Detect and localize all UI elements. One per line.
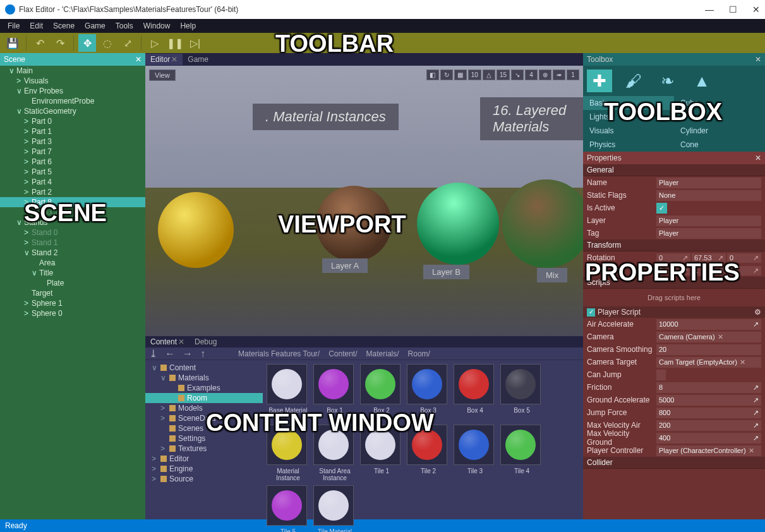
property-field[interactable]: Player	[656, 215, 761, 226]
scene-item[interactable]: >Part 0	[0, 116, 145, 126]
script-header[interactable]: ✓Player Script⚙	[583, 306, 765, 318]
asset-item[interactable]: Tile 2	[407, 425, 450, 481]
content-grid[interactable]: Base MaterialBox 1Box 2Box 3Box 4Box 5Ma…	[263, 360, 583, 532]
folder-item[interactable]: Scenes	[145, 423, 263, 433]
asset-item[interactable]: Tile 4	[500, 425, 543, 481]
property-field[interactable]: Player	[656, 228, 761, 239]
scene-item[interactable]: >Part 4	[0, 177, 145, 187]
terrain-tab-icon[interactable]: ▲	[689, 70, 714, 92]
asset-item[interactable]: Box 1	[313, 364, 356, 421]
folder-item[interactable]: Examples	[145, 383, 263, 393]
scripts-dropzone[interactable]: Drag scripts here	[583, 289, 765, 306]
property-field[interactable]: 10000↗	[656, 319, 761, 330]
checkbox[interactable]	[656, 370, 666, 380]
step-icon[interactable]: ▷|	[186, 34, 204, 52]
asset-item[interactable]: Tile Material	[313, 485, 356, 532]
folder-item[interactable]: > SceneData	[145, 413, 263, 423]
asset-item[interactable]: Box 5	[500, 364, 543, 421]
scene-item[interactable]: >Part 8	[0, 197, 145, 207]
scene-item[interactable]: ∨Main	[0, 66, 145, 76]
scene-item[interactable]: Plate	[0, 278, 145, 288]
vector-field[interactable]: 67.53↗	[692, 253, 726, 263]
viewport-tool-icon[interactable]: 1	[567, 70, 579, 80]
view-button[interactable]: View	[149, 70, 176, 81]
back-icon[interactable]: ←	[165, 348, 175, 360]
undo-icon[interactable]: ↶	[31, 34, 49, 52]
viewport-tool-icon[interactable]: 15	[497, 70, 510, 80]
tab-debug[interactable]: Debug	[190, 336, 222, 348]
asset-item[interactable]: Tile 5	[267, 485, 310, 532]
scene-item[interactable]: >Part 3	[0, 136, 145, 147]
folder-item[interactable]: Settings	[145, 433, 263, 444]
asset-item[interactable]: Base Material	[267, 364, 310, 421]
move-gizmo-icon[interactable]: ✥	[78, 34, 96, 52]
forward-icon[interactable]: →	[183, 348, 193, 360]
viewport-tool-icon[interactable]: ⊕	[539, 70, 551, 80]
scene-item[interactable]: >Sphere 1	[0, 298, 145, 308]
toolbox-category[interactable]: Lights	[583, 110, 674, 124]
scene-item[interactable]: >Part 5	[0, 167, 145, 177]
properties-header[interactable]: Properties✕	[583, 152, 765, 164]
menu-file[interactable]: File	[3, 20, 25, 32]
maximize-button[interactable]: ☐	[729, 4, 737, 15]
viewport-tool-icon[interactable]: ↻	[440, 70, 453, 80]
viewport-tool-icon[interactable]: △	[483, 70, 495, 80]
breadcrumb-segment[interactable]: Materials Features Tour/	[238, 349, 320, 358]
menu-edit[interactable]: Edit	[25, 20, 48, 32]
breadcrumb[interactable]: Materials Features Tour/Content/Material…	[238, 349, 430, 358]
property-field[interactable]: Camera (Camera)✕	[656, 332, 761, 342]
property-field[interactable]: Player	[656, 178, 761, 188]
close-button[interactable]: ✕	[752, 4, 760, 15]
vector-field[interactable]: 1↗	[692, 266, 726, 275]
folder-item[interactable]: ∨ Materials	[145, 373, 263, 383]
scene-item[interactable]: >Stand 0	[0, 227, 145, 238]
folder-item[interactable]: > Editor	[145, 454, 263, 464]
scene-item[interactable]: ∨Env Probes	[0, 86, 145, 96]
vector-field[interactable]: 1↗	[656, 266, 690, 275]
close-icon[interactable]: ✕	[135, 55, 142, 64]
asset-item[interactable]: Box 3	[407, 364, 450, 421]
scene-item[interactable]: >Stand 1	[0, 238, 145, 248]
scene-item[interactable]: ∨StaticGeometry	[0, 106, 145, 116]
close-icon[interactable]: ✕	[755, 154, 761, 162]
asset-item[interactable]: Tile 1	[360, 425, 403, 481]
scene-item[interactable]: Area	[0, 258, 145, 268]
redo-icon[interactable]: ↷	[51, 34, 69, 52]
property-section[interactable]: Collider	[583, 457, 765, 469]
scene-item[interactable]: >Visuals	[0, 76, 145, 86]
property-field[interactable]: Player (CharacterController)✕	[656, 445, 761, 456]
scene-item[interactable]: ∨Title	[0, 268, 145, 278]
folder-item[interactable]: Room	[145, 393, 263, 403]
scene-item[interactable]: ∨Stand 2	[0, 248, 145, 258]
toolbox-item[interactable]: Cone	[674, 138, 765, 152]
scene-item[interactable]: >Part 6	[0, 157, 145, 167]
toolbox-item[interactable]	[674, 110, 765, 124]
property-field[interactable]: 800↗	[656, 408, 761, 418]
scene-item[interactable]: CSG.Collider	[0, 207, 145, 217]
tab-content[interactable]: Content✕	[145, 336, 190, 348]
primitive-tab-icon[interactable]: ✚	[587, 70, 612, 92]
play-icon[interactable]: ▷	[146, 34, 164, 52]
menu-game[interactable]: Game	[80, 20, 111, 32]
save-icon[interactable]: 💾	[4, 34, 21, 52]
scene-item[interactable]: Target	[0, 288, 145, 298]
pause-icon[interactable]: ❚❚	[166, 34, 184, 52]
property-section[interactable]: Transform	[583, 239, 765, 251]
menu-tools[interactable]: Tools	[111, 20, 138, 32]
scene-item[interactable]: >Part 1	[0, 126, 145, 136]
menu-window[interactable]: Window	[138, 20, 176, 32]
toolbox-header[interactable]: Toolbox✕	[583, 53, 765, 66]
scene-item[interactable]: >Part 7	[0, 147, 145, 157]
asset-item[interactable]: Box 4	[454, 364, 497, 421]
import-icon[interactable]: ⤓	[149, 348, 157, 360]
scale-gizmo-icon[interactable]: ⤢	[119, 34, 136, 52]
scene-tree[interactable]: ∨Main>Visuals∨Env ProbesEnvironmentProbe…	[0, 66, 145, 519]
checkbox[interactable]: ✓	[656, 203, 667, 214]
minimize-button[interactable]: —	[705, 4, 714, 15]
property-field[interactable]: None	[656, 190, 761, 201]
folder-item[interactable]: > Textures	[145, 444, 263, 454]
viewport-tool-icon[interactable]: ▦	[454, 70, 467, 80]
folder-item[interactable]: > Models	[145, 403, 263, 413]
viewport-tool-icon[interactable]: ◧	[426, 70, 439, 80]
viewport-tool-icon[interactable]: ➠	[553, 70, 565, 80]
